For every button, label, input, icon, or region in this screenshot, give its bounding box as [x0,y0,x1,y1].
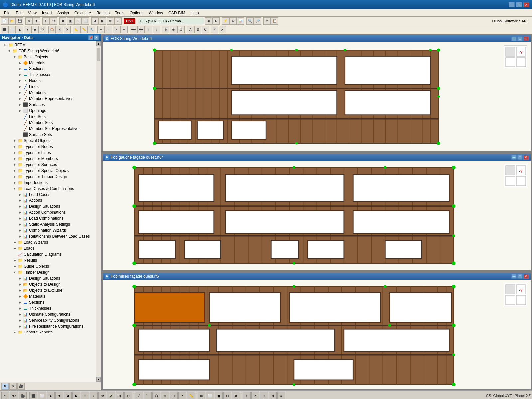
basic-objects-expander[interactable]: ▼ [12,54,17,60]
tb11[interactable]: 📊 [237,17,244,25]
menu-item-edit[interactable]: Edit [13,10,25,16]
scroll-track[interactable] [96,46,101,377]
tree-static-analysis[interactable]: ▶ 📊 Static Analysis Settings [0,221,96,227]
thicknesses-expander[interactable]: ▶ [17,72,23,77]
nav-display-button[interactable]: 👁 [9,383,17,390]
bt-snap5[interactable]: ≡ [277,392,285,399]
subwin1-maximize[interactable]: □ [517,36,523,41]
action-combos-expander[interactable]: ▶ [17,210,23,215]
tb-r2-25[interactable]: B [194,26,201,33]
bt-8[interactable]: ↓ [90,392,98,399]
tb-r2-1[interactable]: ⬛ [1,26,8,33]
tb-arrow-right[interactable]: ▶ [212,17,220,25]
relationship-expander[interactable]: ▶ [17,234,23,239]
bt-5[interactable]: ◀ [64,392,72,399]
subwin3-minimize[interactable]: — [511,274,517,279]
design-situations-expander[interactable]: ▶ [17,204,23,209]
tree-relationship[interactable]: ▶ 📊 Relationship Between Load Cases [0,233,96,239]
tb2[interactable]: ▣ [67,17,74,25]
tree-load-combos[interactable]: ▶ 📊 Load Combinations [0,215,96,221]
loads-expander[interactable]: ▶ [12,246,17,251]
tree-imperfections[interactable]: ▶ 📁 Imperfections [0,180,96,186]
tb-r2-23[interactable]: ⊘ [177,26,185,33]
tree-fire-resistance[interactable]: ▶ 📊 Fire Resistance Configurations [0,323,96,329]
tb-r2-24[interactable]: A [187,26,194,33]
tb-r2-12[interactable]: 🔧 [88,26,95,33]
tb3[interactable]: ⊞ [74,17,82,25]
preview-button[interactable]: 👁 [33,17,40,25]
load-cases-expander[interactable]: ▶ [17,192,23,197]
tb-r2-8[interactable]: ⟲ [56,26,63,33]
bt-view3[interactable]: ▣ [215,392,223,399]
tb12[interactable]: 🔍 [246,17,254,25]
tb10[interactable]: ⚙ [229,17,237,25]
tree-types-nodes[interactable]: ▶ 📁 Types for Nodes [0,144,96,150]
ultimate-configs-expander[interactable]: ▶ [17,312,23,317]
bt-view4[interactable]: ⊡ [223,392,231,399]
tree-guide-objects[interactable]: ▶ 📁 Guide Objects [0,263,96,269]
bt-cam[interactable]: 🎥 [19,392,27,399]
tb-r2-7[interactable]: 🏠 [48,26,56,33]
subwin1-minimize[interactable]: — [511,36,517,41]
tb8[interactable]: ⊖ [114,17,122,25]
tb-r2-2[interactable]: ⬜ [8,26,16,33]
printout-reports-expander[interactable]: ▶ [12,330,17,335]
maximize-button[interactable]: □ [516,2,522,7]
tree-td-materials[interactable]: ▶ 🔶 Materials [0,293,96,299]
materials-expander[interactable]: ▶ [17,60,23,66]
fire-resistance-expander[interactable]: ▶ [17,324,23,329]
tree-td-thicknesses[interactable]: ▶ ▬ Thicknesses [0,305,96,311]
menu-item-options[interactable]: Options [127,10,146,16]
bt-poly[interactable]: ⬡ [152,392,160,399]
tree-surfaces[interactable]: ▶ ⬛ Surfaces [0,102,96,108]
bt-12[interactable]: ⊖ [124,392,132,399]
tb-r2-3[interactable]: ▲ [16,26,23,33]
bt-4[interactable]: ▼ [55,392,63,399]
bt-snap1[interactable]: + [243,392,251,399]
menu-item-help[interactable]: Help [188,10,201,16]
menu-item-calculate[interactable]: Calculate [72,10,94,16]
bt-11[interactable]: ⊕ [116,392,124,399]
tb-r2-16[interactable]: ÷ [120,26,128,33]
tree-load-cases[interactable]: ▶ 📊 Load Cases [0,192,96,198]
rfem-expander[interactable]: ▷ [3,42,8,48]
types-surfaces-expander[interactable]: ▶ [12,162,17,167]
subwin2-maximize[interactable]: □ [517,155,523,160]
tree-openings[interactable]: ▶ ⬜ Openings [0,108,96,114]
types-special-objects-expander[interactable]: ▶ [12,168,17,173]
tree-serviceability-configs[interactable]: ▶ 📊 Serviceability Configurations [0,317,96,323]
bt-circle[interactable]: ○ [161,392,169,399]
bt-select[interactable]: ↖ [1,392,9,399]
tb7[interactable]: ⊕ [107,17,114,25]
tb-r2-11[interactable]: 📏 [80,26,88,33]
tree-loads[interactable]: ▶ 📁 Loads [0,245,96,251]
tb-r2-21[interactable]: ⊕ [162,26,169,33]
bt-1[interactable]: ⬛ [29,392,37,399]
tree-timber-design[interactable]: ▼ 📁 Timber Design [0,269,96,275]
tb-r2-15[interactable]: × [113,26,120,33]
undo-button[interactable]: ↩ [42,17,50,25]
save-button[interactable]: 💾 [16,17,23,25]
tree-td-design-situations[interactable]: ▶ 📊 Design Situations [0,275,96,281]
tb1[interactable]: ■ [59,17,66,25]
tb-r2-14[interactable]: - [105,26,112,33]
menu-item-cad-bim[interactable]: CAD-BIM [166,10,188,16]
redo-button[interactable]: ↪ [50,17,57,25]
tree-ultimate-configs[interactable]: ▶ 📊 Ultimate Configurations [0,311,96,317]
subwin1-close[interactable]: ✕ [523,36,529,41]
td-materials-expander[interactable]: ▶ [17,294,23,299]
static-analysis-expander[interactable]: ▶ [17,222,23,227]
bt-arc[interactable]: ⌒ [144,392,152,399]
subwin3-maximize[interactable]: □ [517,274,523,279]
combo-wizards-expander[interactable]: ▶ [17,228,23,233]
scroll-up-button[interactable]: ▲ [96,41,101,46]
tree-basic-objects[interactable]: ▼ 📁 Basic Objects [0,54,96,60]
tb9[interactable]: ⚡ [222,17,229,25]
tb13[interactable]: 🔎 [254,17,261,25]
actions-expander[interactable]: ▶ [17,198,23,203]
members-expander[interactable]: ▶ [17,90,23,95]
tree-printout-reports[interactable]: ▶ 📁 Printout Reports [0,329,96,335]
tree-member-sets[interactable]: ▶ ╱ Member Sets [0,120,96,126]
tree-action-combos[interactable]: ▶ 📊 Action Combinations [0,209,96,215]
nav-data-button[interactable]: D [1,383,9,390]
